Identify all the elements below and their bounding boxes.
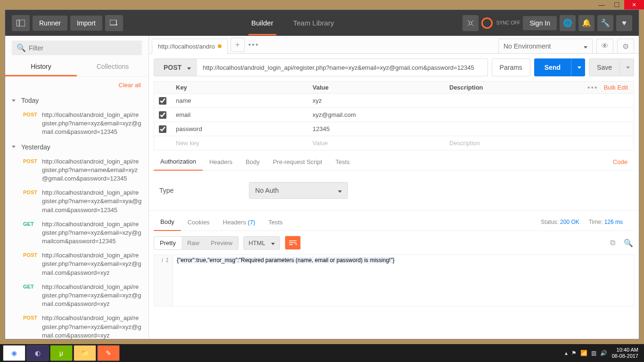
clear-all-link[interactable]: Clear all bbox=[118, 82, 141, 89]
subtab-authorization[interactable]: Authorization bbox=[154, 153, 203, 171]
auth-type-dropdown[interactable]: No Auth bbox=[249, 182, 348, 199]
save-button[interactable]: Save bbox=[589, 58, 620, 76]
taskbar-explorer[interactable]: 📁 bbox=[74, 345, 96, 361]
quicklook-button[interactable]: 👁 bbox=[596, 39, 613, 54]
send-button[interactable]: Send bbox=[534, 58, 571, 76]
taskbar-clock[interactable]: 10:40 AM 08-08-2017 bbox=[612, 347, 641, 359]
history-item[interactable]: GEThttp://localhost/android_login_api/re… bbox=[5, 217, 149, 249]
new-value-input[interactable]: Value bbox=[308, 137, 445, 149]
manage-env-button[interactable]: ⚙ bbox=[617, 39, 634, 54]
history-item[interactable]: POSThttp://localhost/android_login_api/r… bbox=[5, 186, 149, 217]
format-dropdown[interactable]: HTML bbox=[243, 236, 280, 250]
copy-response-button[interactable]: ⧉ bbox=[607, 237, 618, 248]
save-options-button[interactable] bbox=[620, 58, 634, 76]
param-checkbox[interactable] bbox=[159, 111, 166, 119]
param-value[interactable]: xyz bbox=[308, 95, 445, 107]
subtab-prerequest[interactable]: Pre-request Script bbox=[266, 154, 329, 170]
taskbar-postman[interactable]: ✎ bbox=[97, 345, 120, 361]
import-button[interactable]: Import bbox=[70, 16, 102, 31]
settings-button[interactable]: 🔧 bbox=[597, 15, 613, 31]
tab-collections[interactable]: Collections bbox=[77, 58, 149, 76]
add-tab-button[interactable]: + bbox=[231, 38, 245, 52]
param-checkbox[interactable] bbox=[159, 125, 166, 133]
tray-up-icon[interactable]: ▴ bbox=[565, 350, 568, 356]
resp-tab-tests[interactable]: Tests bbox=[262, 214, 289, 230]
view-preview-button[interactable]: Preview bbox=[205, 237, 238, 249]
history-item[interactable]: POSThttp://localhost/android_login_api/r… bbox=[5, 108, 149, 140]
param-key[interactable]: password bbox=[171, 123, 308, 135]
param-key[interactable]: email bbox=[171, 109, 308, 121]
param-desc[interactable] bbox=[445, 99, 634, 103]
param-key[interactable]: name bbox=[171, 95, 308, 107]
gear-icon: ⚙ bbox=[622, 42, 629, 51]
view-pretty-button[interactable]: Pretty bbox=[154, 237, 182, 249]
taskbar-chrome[interactable]: ◉ bbox=[3, 345, 25, 361]
taskbar-utorrent[interactable]: μ bbox=[50, 345, 73, 361]
subtab-tests[interactable]: Tests bbox=[329, 154, 356, 170]
copy-icon: ⧉ bbox=[610, 239, 615, 247]
toggle-sidebar-button[interactable] bbox=[12, 15, 30, 31]
history-item[interactable]: POSThttp://localhost/android_login_api/r… bbox=[5, 311, 149, 339]
resp-tab-body[interactable]: Body bbox=[154, 214, 181, 231]
filter-input[interactable] bbox=[29, 44, 137, 52]
subtab-headers[interactable]: Headers bbox=[203, 154, 239, 170]
params-button[interactable]: Params bbox=[492, 58, 530, 76]
tray-volume-icon[interactable]: 🔊 bbox=[600, 350, 607, 356]
history-item-method: POST bbox=[23, 251, 42, 277]
bulk-edit-link[interactable]: Bulk Edit bbox=[604, 84, 628, 91]
col-options-button[interactable]: ••• bbox=[587, 83, 598, 92]
minimize-button[interactable]: — bbox=[594, 0, 609, 9]
environment-dropdown[interactable]: No Environment bbox=[498, 39, 593, 54]
url-input[interactable] bbox=[197, 58, 488, 76]
environment-selected: No Environment bbox=[504, 42, 551, 50]
tray-network-icon[interactable]: 📶 bbox=[580, 350, 587, 356]
notifications-button[interactable]: 🔔 bbox=[578, 15, 594, 31]
sidebar: 🔍 History Collections Clear all TodayPOS… bbox=[5, 36, 149, 339]
tab-options-button[interactable]: ••• bbox=[245, 41, 263, 49]
taskbar-eclipse[interactable]: ◐ bbox=[26, 345, 49, 361]
history-item[interactable]: POSThttp://localhost/android_login_api/r… bbox=[5, 248, 149, 280]
interceptor-button[interactable] bbox=[462, 15, 479, 31]
maximize-button[interactable]: ☐ bbox=[609, 0, 624, 9]
method-dropdown[interactable]: POST bbox=[154, 58, 201, 76]
search-response-button[interactable]: 🔍 bbox=[623, 237, 634, 248]
tab-builder[interactable]: Builder bbox=[248, 10, 276, 35]
history-item-method: POST bbox=[23, 157, 42, 183]
history-group-header[interactable]: Today bbox=[5, 93, 149, 108]
globe-button[interactable]: 🌐 bbox=[560, 15, 576, 31]
new-desc-input[interactable]: Description bbox=[445, 137, 634, 149]
runner-button[interactable]: Runner bbox=[33, 16, 67, 31]
param-value[interactable]: xyz@gmail.com bbox=[308, 109, 445, 121]
resp-tab-cookies[interactable]: Cookies bbox=[181, 214, 216, 230]
history-item[interactable]: POSThttp://localhost/android_login_api/r… bbox=[5, 155, 149, 186]
tray-wifi-icon[interactable]: ▥ bbox=[591, 350, 596, 356]
subtab-body[interactable]: Body bbox=[239, 154, 266, 170]
tab-history[interactable]: History bbox=[5, 58, 77, 76]
sync-indicator[interactable]: SYNC OFF bbox=[481, 17, 520, 29]
param-desc[interactable] bbox=[445, 127, 634, 132]
param-value[interactable]: 12345 bbox=[308, 123, 445, 135]
filter-input-wrap[interactable]: 🔍 bbox=[12, 41, 142, 55]
param-desc[interactable] bbox=[445, 113, 634, 117]
chevron-down-icon bbox=[269, 239, 275, 247]
param-checkbox[interactable] bbox=[159, 97, 166, 105]
history-group-header[interactable]: Yesterday bbox=[5, 140, 149, 155]
history-item[interactable]: GEThttp://localhost/android_login_api/re… bbox=[5, 280, 149, 312]
sync-status-label: SYNC OFF bbox=[496, 20, 520, 25]
code-link[interactable]: Code bbox=[606, 154, 634, 170]
heart-button[interactable]: ♥ bbox=[616, 15, 632, 31]
tab-team-library[interactable]: Team Library bbox=[290, 10, 337, 35]
resp-tab-headers[interactable]: Headers (7) bbox=[216, 214, 262, 230]
tray-flag-icon[interactable]: ⚑ bbox=[571, 350, 577, 356]
word-wrap-button[interactable] bbox=[285, 236, 301, 250]
response-code-area[interactable]: {"error":true,"error_msg":"Required para… bbox=[173, 255, 634, 306]
bell-icon: 🔔 bbox=[582, 18, 591, 27]
view-raw-button[interactable]: Raw bbox=[182, 237, 205, 249]
close-button[interactable]: × bbox=[624, 0, 644, 9]
search-icon: 🔍 bbox=[624, 239, 633, 247]
new-key-input[interactable]: New key bbox=[171, 137, 308, 149]
request-tab[interactable]: http://localhost/andro bbox=[152, 39, 228, 54]
sign-in-button[interactable]: Sign In bbox=[523, 16, 557, 30]
new-window-button[interactable]: + bbox=[105, 15, 123, 31]
send-options-button[interactable] bbox=[571, 58, 585, 76]
